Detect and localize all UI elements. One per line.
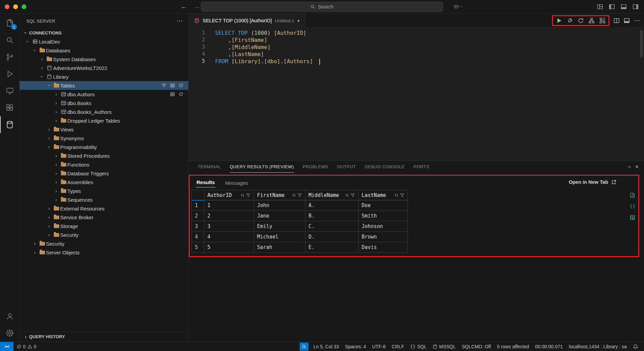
chevron-icon[interactable]: › [46,223,52,229]
chevron-icon[interactable]: › [25,38,30,45]
refresh-icon[interactable] [179,92,183,97]
table-designer-icon[interactable] [170,92,175,97]
chevron-icon[interactable]: › [53,188,60,194]
panel-tab-query-results[interactable]: QUERY RESULTS (PREVIEW) [230,161,294,173]
chevron-icon[interactable]: › [39,73,45,80]
chevron-icon[interactable]: › [32,47,38,54]
grid-corner-cell[interactable] [192,190,204,200]
panel-tab-problems[interactable]: PROBLEMS [303,161,328,173]
tree-item-synonyms[interactable]: › Synonyms [20,134,188,143]
cell[interactable]: Doe [359,200,408,211]
elapsed-time-status[interactable]: 00:00:00.071 [532,342,566,351]
panel-tab-debug-console[interactable]: DEBUG CONSOLE [365,161,405,173]
cell[interactable]: C. [305,221,359,232]
save-as-excel-icon[interactable] [630,215,635,220]
command-center-search[interactable]: Search [201,2,443,12]
tree-item-system-databases[interactable]: › System Databases [20,55,188,64]
cell[interactable]: John [254,200,305,211]
cell[interactable]: E. [305,242,359,253]
customize-layout-icon[interactable] [597,4,603,10]
code-line[interactable]: ,[MiddleName] [215,44,320,51]
tree-item-views[interactable]: › Views [20,125,188,134]
tree-item-sequences[interactable]: › Sequences [20,195,188,204]
cell[interactable]: 1 [204,200,254,211]
tree-item-localdev[interactable]: › LocalDev [20,37,188,46]
tree-item-types[interactable]: › Types [20,186,188,195]
chevron-icon[interactable]: › [39,56,45,62]
activitybar-remote-explorer[interactable] [0,82,19,99]
column-header-lastname[interactable]: LastName [359,190,408,200]
column-header-firstname[interactable]: FirstName [254,190,305,200]
filter-icon[interactable] [246,193,251,198]
chevron-icon[interactable]: › [46,215,52,220]
row-number[interactable]: 5 [192,242,204,253]
tree-item-library[interactable]: › Library [20,72,188,81]
tree-item-dbo-books-authors[interactable]: › dbo.Books_Authors [20,107,188,116]
code-line-current[interactable]: FROM [Library].[dbo].[Authors] [215,58,320,65]
filter-icon[interactable] [350,193,355,198]
tree-item-dbo-authors[interactable]: › dbo.Authors [20,90,188,99]
filter-icon[interactable] [297,193,302,198]
tree-item-storage[interactable]: › Storage [20,222,188,230]
back-arrow-icon[interactable]: ← [181,3,187,10]
chevron-icon[interactable]: › [53,109,60,115]
chevron-icon[interactable]: › [53,171,60,176]
copilot-menu[interactable]: › [453,4,462,10]
chevron-icon[interactable]: › [31,250,38,255]
sort-icon[interactable] [394,193,399,198]
chevron-icon[interactable]: › [53,162,60,167]
chevron-icon[interactable]: › [31,241,38,246]
sort-icon[interactable] [240,193,245,198]
tree-item-security-server[interactable]: › Security [20,239,188,248]
row-number[interactable]: 3 [192,221,204,232]
rows-affected-status[interactable]: 5 rows affected [494,342,532,351]
change-connection-icon[interactable] [578,18,584,24]
toggle-layout-icon[interactable] [624,18,630,24]
tree-item-server-objects[interactable]: › Server Objects [20,248,188,257]
close-window-button[interactable] [5,4,9,9]
chevron-icon[interactable]: › [46,232,52,237]
more-actions-icon[interactable]: ⋯ [634,17,640,24]
chevron-icon[interactable]: › [53,179,60,185]
cell[interactable]: Sarah [254,242,305,253]
encoding-status[interactable]: UTF-8 [369,342,389,351]
problems-status[interactable]: 0 0 [14,342,40,351]
chevron-icon[interactable]: › [46,82,52,89]
zoom-indicator[interactable] [300,343,308,351]
activitybar-settings[interactable] [0,325,19,342]
panel-maximize-icon[interactable]: › [626,166,632,168]
panel-tab-terminal[interactable]: TERMINAL [198,161,221,173]
cell[interactable]: A. [305,200,359,211]
activitybar-extensions[interactable] [0,99,19,116]
panel-close-icon[interactable]: × [635,164,639,170]
activitybar-search[interactable] [0,32,19,49]
chevron-icon[interactable]: › [53,118,60,123]
connections-section-header[interactable]: › CONNECTIONS [20,28,188,37]
results-tab[interactable]: Results [196,176,215,188]
cell[interactable]: D. [305,232,359,242]
activitybar-sql-server[interactable] [0,116,19,133]
actual-plan-icon[interactable] [599,18,605,24]
table-designer-icon[interactable] [170,83,175,88]
cell[interactable]: Jane [254,211,305,221]
cell[interactable]: Smith [359,211,408,221]
query-history-section-header[interactable]: › QUERY HISTORY [20,331,188,342]
activitybar-run-debug[interactable] [0,66,19,82]
chevron-icon[interactable]: › [46,135,52,141]
chevron-icon[interactable]: › [53,92,60,97]
code-line[interactable]: ,[FirstName] [215,36,320,44]
chevron-icon[interactable]: › [46,144,52,150]
cell[interactable]: Emily [254,221,305,232]
cell[interactable]: Brown [359,232,408,242]
forward-arrow-icon[interactable]: → [194,3,200,10]
cell[interactable]: Davis [359,242,408,253]
panel-tab-output[interactable]: OUTPUT [337,161,356,173]
chevron-icon[interactable]: › [53,197,60,202]
cell[interactable]: Michael [254,232,305,242]
tree-item-programmability[interactable]: › Programmability [20,143,188,151]
zoom-window-button[interactable] [22,4,26,9]
cell[interactable]: 5 [204,242,254,253]
split-editor-icon[interactable] [614,18,620,24]
toggle-secondary-sidebar-icon[interactable] [632,4,639,10]
save-as-csv-icon[interactable] [630,193,635,198]
